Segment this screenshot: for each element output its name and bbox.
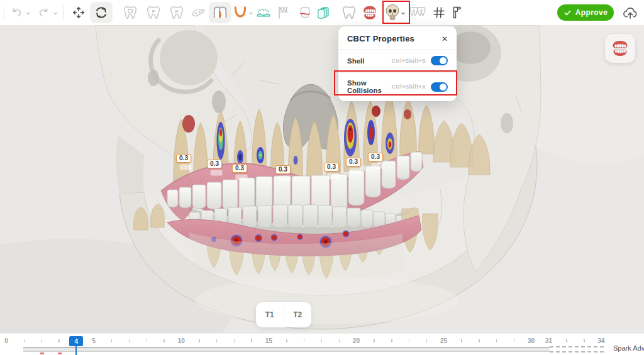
stage-tick[interactable] [321,339,323,342]
check-icon [564,9,572,17]
finish-flag-icon [275,5,291,20]
show-collisions-shortcut: Ctrl+Shift+X [392,84,426,90]
stage-tick[interactable] [58,339,60,342]
toolbar-divider [4,6,4,19]
collision-badge: 0.3 [176,154,191,163]
stage-tick[interactable] [566,339,567,342]
tooth-pontic-icon: P [145,4,162,21]
t1-button[interactable]: T1 [256,302,284,327]
stage-number[interactable]: 15 [265,337,272,344]
skull-scene [0,25,644,333]
stage-tick[interactable] [374,339,375,342]
stage-number[interactable]: 20 [353,337,360,344]
approve-button[interactable]: Approve [557,4,614,21]
stage-tick[interactable] [111,339,113,342]
stage-tick[interactable] [479,339,480,342]
collision-badge: 0.3 [232,164,247,173]
shell-pair-tool[interactable] [209,2,231,23]
stage-tick[interactable] [496,339,497,342]
grid-icon [431,5,447,20]
stage-number[interactable]: 5 [92,337,96,344]
stage-tick[interactable] [234,339,235,342]
tooth-icon [341,4,357,21]
tooth-extraction-tool[interactable]: E [166,2,187,23]
ipr-mark [40,352,44,354]
tooth-numbers-tool[interactable]: 1 2 [406,2,428,23]
stage-tick[interactable] [391,339,392,342]
stage-tick[interactable] [339,339,340,342]
collision-sub-chip [350,168,362,174]
stage-number[interactable]: 25 [440,337,447,344]
arch-tool[interactable] [231,2,250,23]
t2-button[interactable]: T2 [284,302,312,327]
stage-tick[interactable] [147,339,148,342]
shell-toggle[interactable] [431,56,448,65]
timeline-overcorrection-track [550,346,604,352]
gum-sculpt-tool[interactable] [188,2,209,23]
stage-tick[interactable] [164,339,165,342]
stage-tick[interactable] [286,339,287,342]
stage-tick[interactable] [584,339,585,342]
tooth-margin-tool[interactable] [294,2,316,23]
denture-view-button[interactable] [605,34,635,63]
redo-button[interactable] [35,2,52,23]
approve-label: Approve [575,8,608,17]
3d-viewport[interactable] [0,25,644,333]
skull-icon [384,3,401,22]
stage-tick[interactable] [426,339,428,342]
close-icon[interactable]: ✕ [441,35,448,43]
stage-timeline[interactable]: 04510152025303134 Spark Adva [0,333,644,355]
stage-tick[interactable] [199,339,200,342]
tooth-pontic-tool[interactable]: P [143,2,164,23]
stage-tick[interactable] [409,339,410,342]
stage-tick[interactable] [42,339,43,342]
skull-caret-icon[interactable] [401,11,406,16]
popup-header: CBCT Properties ✕ [338,26,457,49]
stage-tick[interactable] [216,339,218,342]
undo-button[interactable] [9,2,25,23]
stage-number[interactable]: 30 [528,337,535,344]
undo-icon [10,6,24,19]
export-button[interactable] [620,3,639,22]
redo-icon [36,6,50,19]
teeth-gingiva-icon [255,4,272,21]
caliper-tool[interactable] [447,2,468,23]
stage-tick[interactable] [514,339,515,342]
cloud-upload-icon [621,4,638,21]
collision-sub-chip [180,165,192,170]
stage-number[interactable]: 31 [545,337,552,344]
tooth-numbers-icon: 1 2 [408,4,426,21]
svg-text:P: P [152,9,155,14]
collision-badge: 0.3 [324,163,339,172]
stage-tick[interactable] [24,339,25,342]
collision-badge: 0.3 [207,160,222,168]
move-icon [71,5,86,20]
show-collisions-toggle[interactable] [431,82,448,92]
redo-caret-icon[interactable] [53,11,58,16]
stage-number[interactable]: 10 [178,337,185,344]
collision-badge: 0.3 [346,158,361,167]
stage-tick[interactable] [251,339,252,342]
denture-icon [611,40,630,57]
stage-tick[interactable] [304,339,305,342]
collision-badge: 0.3 [368,153,383,161]
denture-tool[interactable] [359,2,380,23]
current-stage-badge[interactable]: 4 [69,336,83,346]
undo-caret-icon[interactable] [26,11,31,16]
caliper-icon [450,5,465,20]
single-tooth-tool[interactable] [338,2,360,23]
views-3d-tool[interactable] [313,2,335,23]
timeline-track-band[interactable] [23,348,550,352]
tooth-crown-tool[interactable] [119,2,141,23]
stage-tick[interactable] [461,339,462,342]
show-collisions-label: Show Collisions [347,79,392,94]
gingiva-tool[interactable] [253,2,274,23]
stage-tick[interactable] [129,339,130,342]
stage-number[interactable]: 34 [597,337,604,344]
stage-number[interactable]: 0 [4,337,8,344]
move-button[interactable] [68,2,89,23]
finish-flag-tool[interactable] [272,2,294,23]
compare-card: T1 T2 [256,302,311,327]
collision-sub-chip [211,170,223,176]
rotate-button[interactable] [90,2,113,23]
